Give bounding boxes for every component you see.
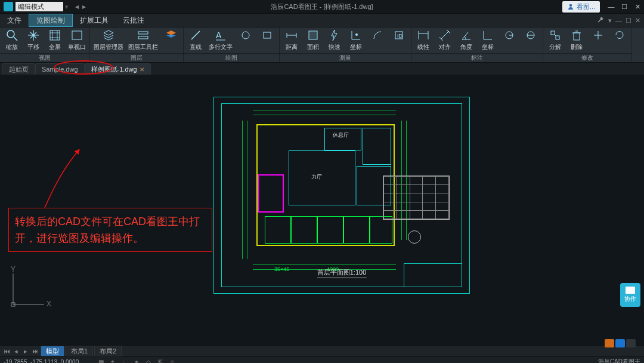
menubar-close-icon[interactable]: ✕: [635, 17, 640, 24]
tool-mtext[interactable]: A多行文字: [209, 29, 233, 51]
menu-cloud[interactable]: 云批注: [116, 14, 151, 27]
tool-measure-extra2[interactable]: ID: [391, 29, 407, 42]
svg-text:A: A: [216, 30, 222, 40]
tool-layer-manager[interactable]: 图层管理器: [94, 29, 123, 51]
tool-coord2[interactable]: 坐标: [479, 29, 496, 51]
tool-line[interactable]: 直线: [187, 29, 204, 51]
ribbon-group-draw: 直线 A多行文字 绘图: [184, 27, 280, 62]
grid-toggle-icon[interactable]: ▦: [97, 358, 105, 363]
ucs-y-label: Y: [11, 265, 16, 273]
minimize-button[interactable]: —: [605, 0, 618, 13]
snap-toggle-icon[interactable]: ⌖: [109, 358, 117, 363]
tool-draw-extra1[interactable]: [237, 29, 254, 42]
tray-btn-1[interactable]: [605, 339, 614, 347]
tool-zoom[interactable]: 缩放: [4, 29, 20, 51]
svg-rect-5: [138, 32, 148, 34]
identify-icon: ID: [392, 29, 405, 42]
svg-text:ID: ID: [397, 33, 403, 39]
close-button[interactable]: ✕: [631, 0, 644, 13]
settings-icon[interactable]: [596, 16, 605, 24]
tab-layout1[interactable]: 布局1: [66, 346, 93, 356]
tool-viewport[interactable]: 单视口: [68, 29, 86, 51]
tool-area[interactable]: 面积: [305, 29, 321, 51]
user-badge[interactable]: 看图...: [562, 1, 600, 13]
tool-annotate-extra2[interactable]: [522, 29, 539, 42]
qat-prev-icon[interactable]: ◂: [75, 2, 79, 11]
text-icon: A: [214, 29, 227, 42]
coord-dim-icon: [481, 29, 494, 42]
menu-file[interactable]: 文件: [0, 14, 29, 27]
menubar-dropdown-icon[interactable]: ▾: [608, 17, 612, 24]
layout-last-icon[interactable]: ⏭: [31, 347, 39, 355]
coords-readout: -19.7855, -175.1113, 0.0000: [4, 359, 79, 364]
tab-layout2[interactable]: 布局2: [94, 346, 122, 356]
tray-btn-3[interactable]: [626, 339, 636, 347]
tool-layer-toolbar[interactable]: 图层工具栏: [128, 29, 158, 51]
delete-icon: [570, 29, 583, 42]
status-tray: [605, 339, 636, 347]
dim-line: [242, 121, 243, 259]
otrack-toggle-icon[interactable]: ⇱: [156, 358, 165, 363]
tool-measure-extra1[interactable]: [369, 29, 386, 42]
tool-modify-extra2[interactable]: [611, 29, 628, 42]
tool-angle[interactable]: 角度: [458, 29, 475, 51]
tool-annotate-extra1[interactable]: [501, 29, 518, 42]
mode-dropdown-arrow[interactable]: ▾: [63, 3, 70, 11]
menu-ext-tools[interactable]: 扩展工具: [73, 14, 116, 27]
tool-quick[interactable]: 快速: [326, 29, 343, 51]
svg-rect-11: [264, 32, 271, 38]
tool-layer-extra[interactable]: [163, 29, 179, 50]
qat-next-icon[interactable]: ▸: [82, 2, 86, 11]
room: [317, 216, 343, 244]
tool-linear[interactable]: 线性: [415, 29, 432, 51]
polar-toggle-icon[interactable]: ✶: [132, 358, 141, 363]
tab-model[interactable]: 模型: [41, 346, 64, 356]
quick-access-toolbar: ◂ ▸: [75, 2, 86, 11]
tray-btn-2[interactable]: [615, 339, 625, 347]
title-block: [404, 263, 462, 287]
ribbon: 缩放 平移 全屏 单视口 视图 图层管理器 图层工具栏 图层 直线 A多行文字 …: [0, 27, 644, 63]
mode-label: 编辑模式: [18, 2, 44, 11]
osnap-toggle-icon[interactable]: ◇: [144, 358, 153, 363]
angle-dim-icon: [460, 29, 473, 42]
tool-align[interactable]: 对齐: [436, 29, 453, 51]
tab-close-icon[interactable]: ✕: [140, 66, 144, 73]
svg-point-1: [7, 30, 14, 38]
area-icon: [306, 29, 320, 42]
menu-view-edit[interactable]: 览图绘制: [29, 14, 73, 27]
tool-draw-extra2[interactable]: [259, 29, 275, 42]
menubar-minimize-icon[interactable]: —: [615, 17, 622, 24]
tab-start[interactable]: 起始页: [2, 63, 35, 75]
distance-icon: [285, 29, 298, 42]
lineweight-toggle-icon[interactable]: ≡: [168, 358, 177, 363]
tool-fullscreen[interactable]: 全屏: [47, 29, 63, 51]
ribbon-group-modify: 分解 删除 修改: [543, 27, 632, 62]
dim-label: 35×45: [274, 266, 289, 272]
app-icon: [4, 2, 13, 11]
layout-prev-icon[interactable]: ◂: [12, 347, 20, 355]
tool-pan[interactable]: 平移: [25, 29, 42, 51]
maximize-button[interactable]: ☐: [618, 0, 631, 13]
tab-active-drawing[interactable]: 样例图纸-1.dwg✕: [85, 63, 151, 75]
tool-distance[interactable]: 距离: [283, 29, 300, 51]
tool-modify-extra1[interactable]: [590, 29, 606, 42]
ortho-toggle-icon[interactable]: ∟: [120, 358, 129, 363]
arc-icon: [371, 29, 384, 42]
menubar-restore-icon[interactable]: ☐: [626, 17, 631, 24]
collaborate-button[interactable]: 协作: [620, 283, 640, 307]
layout-next-icon[interactable]: ▸: [21, 347, 30, 355]
north-arrow: [408, 230, 421, 244]
mode-dropdown[interactable]: 编辑模式: [16, 2, 63, 11]
tool-delete[interactable]: 删除: [568, 29, 585, 51]
floor-plan: 休息厅 力厅 4000 35×45: [253, 121, 396, 259]
layout-first-icon[interactable]: ⏮: [2, 347, 11, 355]
svg-line-2: [14, 37, 17, 41]
tab-sample[interactable]: Sample.dwg: [35, 63, 85, 75]
room: [363, 128, 391, 165]
user-label: 看图...: [577, 2, 595, 11]
rotate-icon: [613, 29, 626, 42]
drawing-frame-inner: 休息厅 力厅 4000 35×45 首层平面图1:100: [221, 103, 462, 287]
drawing-canvas[interactable]: 转换后的CAD文件可在CAD看图王中打开，进行览图及编辑操作。: [0, 75, 644, 345]
tool-explode[interactable]: 分解: [547, 29, 564, 51]
tool-coord[interactable]: 坐标: [348, 29, 364, 51]
